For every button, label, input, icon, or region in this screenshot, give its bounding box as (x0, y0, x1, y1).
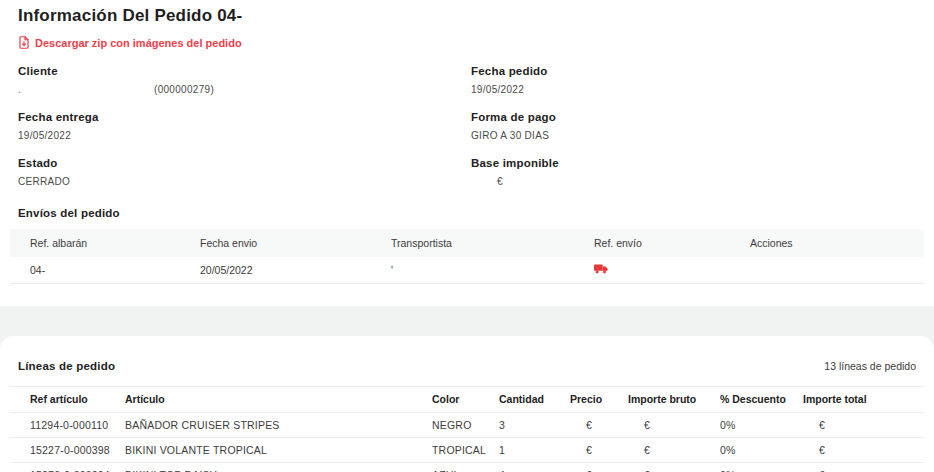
field-fecha-entrega: Fecha entrega 19/05/2022 (18, 111, 471, 141)
line-importe-bruto: € (628, 412, 720, 437)
field-fecha-entrega-label: Fecha entrega (18, 111, 471, 123)
line-color: TROPICAL (432, 437, 499, 462)
lines-count-badge: 13 líneas de pedido (824, 360, 916, 372)
order-info-section: Información Del Pedido 04- Descargar zip… (0, 0, 934, 284)
estado-value: CERRADO (18, 176, 471, 187)
line-articulo: BAÑADOR CRUISER STRIPES (125, 412, 432, 437)
cliente-code: (000000279) (154, 84, 214, 95)
column-header-importe-total: Importe total (803, 386, 924, 412)
field-cliente: Cliente . (000000279) (18, 65, 471, 95)
order-fields-right: Fecha pedido 19/05/2022 Forma de pago GI… (471, 65, 924, 203)
field-forma-pago: Forma de pago GIRO A 30 DIAS (471, 111, 924, 141)
field-estado-label: Estado (18, 157, 471, 169)
shipment-row: 04- 20/05/2022 ' (10, 257, 924, 283)
order-detail-page: Información Del Pedido 04- Descargar zip… (0, 0, 934, 472)
field-estado: Estado CERRADO (18, 157, 471, 187)
shipment-acciones (750, 257, 924, 283)
base-imponible-value: € (471, 176, 924, 187)
column-header-color: Color (432, 386, 499, 412)
cliente-name: . (18, 84, 154, 95)
column-header-transportista: Transportista (391, 229, 594, 257)
shipment-transportista: ' (391, 257, 594, 283)
download-zip-link[interactable]: Descargar zip con imágenes del pedido (18, 36, 242, 49)
page-title: Información Del Pedido 04- (10, 6, 924, 26)
column-header-articulo: Artículo (125, 386, 432, 412)
fecha-pedido-value: 19/05/2022 (471, 84, 924, 95)
line-cantidad: 3 (499, 412, 570, 437)
line-importe-total: € (803, 412, 924, 437)
field-base-imponible-label: Base imponible (471, 157, 924, 169)
line-color: AZUL (432, 462, 499, 472)
shipment-fecha-envio: 20/05/2022 (200, 257, 391, 283)
shipments-table: Ref. albarán Fecha envio Transportista R… (10, 229, 924, 284)
column-header-acciones: Acciones (750, 229, 924, 257)
shipments-header-row: Ref. albarán Fecha envio Transportista R… (10, 229, 924, 257)
line-importe-total: € (803, 437, 924, 462)
line-importe-bruto: € (628, 462, 720, 472)
line-importe-total: € (803, 462, 924, 472)
order-fields-left: Cliente . (000000279) Fecha entrega 19/0… (18, 65, 471, 203)
line-precio: € (570, 437, 628, 462)
order-lines-section: Líneas de pedido 13 líneas de pedido Ref… (0, 336, 934, 472)
forma-pago-value: GIRO A 30 DIAS (471, 130, 924, 141)
order-line-row: 15270-0-000204 BIKINI TOP DAISY AZUL 4 €… (10, 462, 924, 472)
column-header-ref-envio: Ref. envío (594, 229, 750, 257)
shipment-ref-albaran: 04- (10, 257, 200, 283)
order-fields: Cliente . (000000279) Fecha entrega 19/0… (10, 65, 924, 203)
column-header-fecha-envio: Fecha envio (200, 229, 391, 257)
truck-icon[interactable] (594, 263, 608, 276)
line-ref-articulo: 15270-0-000204 (10, 462, 125, 472)
line-cantidad: 1 (499, 437, 570, 462)
line-precio: € (570, 462, 628, 472)
line-ref-articulo: 11294-0-000110 (10, 412, 125, 437)
field-base-imponible: Base imponible € (471, 157, 924, 187)
lines-heading: Líneas de pedido (18, 360, 115, 372)
file-download-icon (18, 36, 30, 49)
line-articulo: BIKINI TOP DAISY (125, 462, 432, 472)
line-descuento: 0% (720, 412, 803, 437)
column-header-importe-bruto: Importe bruto (628, 386, 720, 412)
line-articulo: BIKINI VOLANTE TROPICAL (125, 437, 432, 462)
download-zip-label: Descargar zip con imágenes del pedido (35, 37, 242, 49)
line-ref-articulo: 15227-0-000398 (10, 437, 125, 462)
column-header-precio: Precio (570, 386, 628, 412)
order-lines-table: Ref artículo Artículo Color Cantidad Pre… (10, 386, 924, 472)
field-forma-pago-label: Forma de pago (471, 111, 924, 123)
fecha-entrega-value: 19/05/2022 (18, 130, 471, 141)
field-cliente-label: Cliente (18, 65, 471, 77)
column-header-ref-albaran: Ref. albarán (10, 229, 200, 257)
line-descuento: 0% (720, 462, 803, 472)
field-fecha-pedido-label: Fecha pedido (471, 65, 924, 77)
column-header-cantidad: Cantidad (499, 386, 570, 412)
shipments-heading: Envíos del pedido (18, 207, 924, 219)
order-line-row: 11294-0-000110 BAÑADOR CRUISER STRIPES N… (10, 412, 924, 437)
line-precio: € (570, 412, 628, 437)
column-header-ref-articulo: Ref artículo (10, 386, 125, 412)
line-cantidad: 4 (499, 462, 570, 472)
line-color: NEGRO (432, 412, 499, 437)
lines-header-row: Ref artículo Artículo Color Cantidad Pre… (10, 386, 924, 412)
line-descuento: 0% (720, 437, 803, 462)
column-header-descuento: % Descuento (720, 386, 803, 412)
order-line-row: 15227-0-000398 BIKINI VOLANTE TROPICAL T… (10, 437, 924, 462)
line-importe-bruto: € (628, 437, 720, 462)
field-fecha-pedido: Fecha pedido 19/05/2022 (471, 65, 924, 95)
